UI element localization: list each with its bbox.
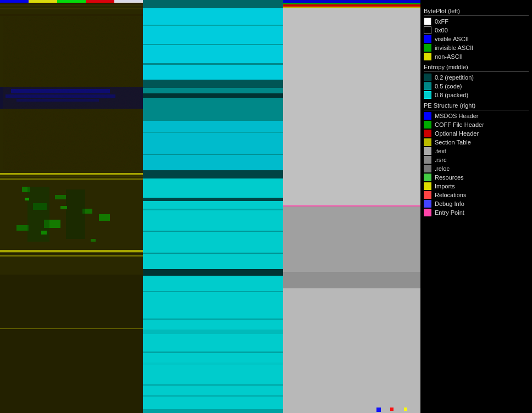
code-label: 0.5 (code) [435,83,462,90]
svg-rect-38 [0,275,143,413]
svg-rect-31 [29,0,57,3]
section-table-swatch [424,138,431,146]
svg-rect-43 [143,0,283,8]
legend-item-reloc: .reloc [424,165,529,172]
svg-rect-22 [16,225,29,231]
main-container: BytePlot (left) 0xFF 0x00 visible ASCII … [0,0,532,413]
coff-label: COFF File Header [435,121,484,128]
legend-item-debug-info: Debug Info [424,200,529,208]
entry-point-swatch [424,209,431,216]
svg-rect-66 [143,395,283,397]
packed-swatch [424,91,431,99]
svg-rect-56 [143,63,283,65]
pe-structure-legend-title: PE Structure (right) [424,102,529,110]
byteplot-visualization [0,0,143,413]
svg-rect-77 [283,272,420,288]
entropy-legend-title: Entropy (middle) [424,64,529,72]
svg-rect-78 [283,288,420,413]
invisible-ascii-swatch [424,44,431,52]
svg-rect-48 [143,121,283,170]
svg-rect-67 [143,330,283,334]
legend-item-invisible-ascii: invisible ASCII [424,44,529,52]
byteplot-panel [0,0,143,413]
svg-rect-29 [91,239,96,242]
repetition-label: 0.2 (repetition) [435,74,474,81]
legend-item-0xff: 0xFF [424,18,529,25]
non-ascii-swatch [424,53,431,60]
legend-item-0x00: 0x00 [424,26,529,34]
svg-rect-15 [0,250,143,252]
svg-rect-50 [143,277,283,413]
debug-info-swatch [424,200,431,208]
svg-rect-26 [25,198,29,200]
legend-item-code: 0.5 (code) [424,82,529,90]
visible-ascii-label: visible ASCII [435,36,469,42]
legend-item-packed: 0.8 (packed) [424,91,529,99]
svg-rect-51 [143,93,283,98]
legend-item-resources: Resources [424,174,529,181]
resources-swatch [424,174,431,181]
svg-rect-63 [143,319,283,320]
svg-rect-72 [283,3,420,4]
legend-item-repetition: 0.2 (repetition) [424,74,529,81]
svg-rect-79 [283,205,420,206]
text-section-swatch [424,147,431,155]
svg-rect-33 [86,0,114,3]
svg-rect-53 [143,269,283,276]
0xff-swatch [424,18,431,25]
reloc-label: .reloc [435,165,450,172]
svg-rect-55 [143,44,283,45]
svg-rect-68 [143,362,283,365]
svg-rect-6 [0,4,143,6]
invisible-ascii-label: invisible ASCII [435,44,473,51]
svg-rect-23 [99,214,110,221]
svg-rect-69 [143,409,283,413]
svg-rect-60 [143,231,283,232]
0xff-label: 0xFF [435,18,448,25]
resources-label: Resources [435,174,464,181]
svg-rect-54 [143,25,283,26]
svg-rect-73 [283,4,420,7]
svg-rect-62 [143,291,283,292]
legend-item-coff: COFF File Header [424,121,529,129]
svg-rect-52 [143,198,283,201]
svg-rect-81 [390,408,394,411]
svg-rect-45 [143,170,283,178]
optional-header-label: Optional Header [435,130,479,137]
svg-rect-28 [41,231,47,235]
coff-swatch [424,121,431,129]
svg-rect-76 [283,206,420,272]
imports-swatch [424,182,431,190]
msdos-label: MSDOS Header [435,113,478,119]
pe-structure-visualization [283,0,420,413]
svg-rect-71 [283,0,420,3]
legend-item-entry-point: Entry Point [424,209,529,216]
entry-point-label: Entry Point [435,209,464,216]
entropy-panel [143,0,283,413]
svg-rect-80 [376,408,381,412]
rsrc-swatch [424,156,431,164]
legend-item-relocations: Relocations [424,191,529,199]
legend-item-optional-header: Optional Header [424,130,529,137]
legend-item-rsrc: .rsrc [424,156,529,164]
svg-rect-49 [143,178,283,277]
svg-rect-74 [283,7,420,8]
section-table-label: Section Table [435,139,471,146]
svg-rect-32 [57,0,86,3]
visible-ascii-swatch [424,35,431,43]
non-ascii-label: non-ASCII [435,53,463,60]
legend-item-imports: Imports [424,182,529,190]
svg-rect-82 [404,408,407,411]
svg-rect-8 [0,14,143,16]
packed-label: 0.8 (packed) [435,92,468,98]
legend-item-non-ascii: non-ASCII [424,53,529,60]
legend-panel: BytePlot (left) 0xFF 0x00 visible ASCII … [420,0,532,413]
relocations-label: Relocations [435,192,466,198]
svg-rect-18 [55,195,66,199]
svg-rect-14 [0,178,143,180]
svg-rect-61 [143,253,283,254]
rsrc-label: .rsrc [435,157,446,163]
0x00-label: 0x00 [435,27,448,34]
svg-rect-58 [143,154,283,155]
svg-rect-57 [143,132,283,133]
